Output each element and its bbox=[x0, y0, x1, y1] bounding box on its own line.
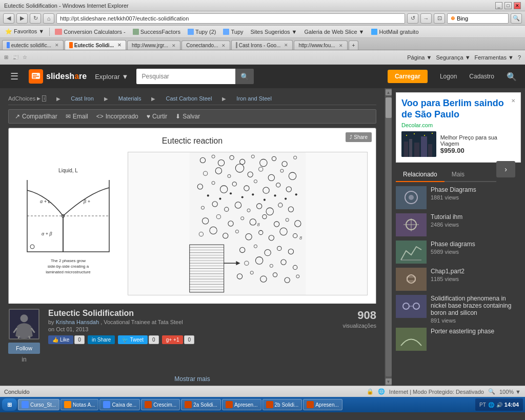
link-cast-carbon-steel[interactable]: Cast Carbon Steel bbox=[166, 95, 212, 102]
tab-jrgr[interactable]: http://www.jrgr... ✕ bbox=[127, 41, 180, 50]
maximize-btn[interactable]: □ bbox=[504, 2, 512, 9]
home-btn[interactable]: ⌂ bbox=[43, 13, 54, 24]
close-btn[interactable]: ✕ bbox=[514, 2, 521, 9]
taskbar-item-apresen2[interactable]: Apresen... bbox=[303, 399, 342, 410]
upload-button[interactable]: Carregar bbox=[388, 70, 428, 83]
share-slide-btn[interactable]: ⤴ Share bbox=[346, 132, 372, 142]
minimize-btn[interactable]: _ bbox=[495, 2, 502, 9]
phase-diagram-area: Liquid, L α + L β + α + bbox=[17, 152, 119, 295]
refresh-btn[interactable]: ↻ bbox=[30, 13, 41, 24]
related-item-5[interactable]: Porter easterling phase bbox=[396, 328, 521, 351]
tab-close-6[interactable]: ✕ bbox=[339, 43, 343, 48]
back-btn[interactable]: ◀ bbox=[3, 13, 14, 24]
start-button[interactable]: ⊞ bbox=[2, 398, 17, 411]
search-box[interactable]: ⊕ Bing bbox=[447, 13, 509, 24]
fav-galeria[interactable]: Galeria de Web Slice ▼ bbox=[301, 28, 367, 36]
save-action[interactable]: ⬇ Salvar bbox=[175, 113, 200, 120]
linkedin-icon[interactable]: in bbox=[22, 356, 26, 363]
related-item-0[interactable]: Phase Diagrams 1881 views bbox=[396, 186, 521, 209]
explore-btn[interactable]: Explorar ▼ bbox=[95, 73, 128, 81]
like-button[interactable]: 👍 Like bbox=[48, 335, 73, 344]
like-action[interactable]: ♥ Curtir bbox=[147, 113, 167, 120]
tab-eutectic-solidi[interactable]: Eutectic Solidi... ✕ bbox=[65, 40, 126, 50]
adchoices-icon[interactable]: i bbox=[42, 95, 46, 102]
slideshare-logo[interactable]: slideshare bbox=[29, 69, 87, 84]
taskbar-item-crescim[interactable]: Crescim... bbox=[141, 399, 180, 410]
search-button[interactable]: 🔍 bbox=[235, 69, 254, 84]
share-action[interactable]: ↗ Compartilhar bbox=[15, 113, 57, 120]
fav-conversion-calculators[interactable]: Conversion Calculators - bbox=[52, 28, 128, 36]
forward-btn[interactable]: ▶ bbox=[16, 13, 28, 24]
hamburger-menu-btn[interactable]: ☰ bbox=[8, 69, 21, 84]
follow-button[interactable]: Follow bbox=[8, 343, 40, 354]
address-input[interactable]: http://pt.slideshare.net/kkh007/eutectic… bbox=[56, 13, 405, 24]
adchoices-label: AdChoices ▶ i bbox=[8, 95, 46, 102]
fav-hotmail[interactable]: HotMail gratuito bbox=[368, 28, 421, 36]
login-button[interactable]: Logon bbox=[440, 73, 457, 80]
link-materials[interactable]: Materials bbox=[118, 95, 142, 102]
tab-fou[interactable]: http://www.fou... ✕ bbox=[294, 41, 347, 50]
taskbar-item-notas[interactable]: Notas A... bbox=[60, 399, 98, 410]
ie-tools-menu[interactable]: Ferramentas ▼ bbox=[475, 54, 514, 61]
related-item-2[interactable]: Phase diagrams 5989 views bbox=[396, 241, 521, 264]
show-more-link[interactable]: Mostrar mais bbox=[0, 372, 385, 386]
tab-close-3[interactable]: ✕ bbox=[172, 43, 176, 48]
related-item-4[interactable]: Solidification phenomena in nickel base … bbox=[396, 295, 521, 324]
search-bar[interactable]: 🔍 bbox=[136, 69, 254, 84]
tab-conectando[interactable]: Conectando... ✕ bbox=[181, 41, 230, 50]
search-submit-btn[interactable]: 🔍 bbox=[511, 13, 522, 24]
scroll-thumb[interactable] bbox=[386, 97, 392, 118]
fav-sites-sugeridos[interactable]: Sites Sugeridos ▼ bbox=[248, 28, 300, 36]
register-button[interactable]: Cadastro bbox=[469, 73, 494, 80]
tab-close-1[interactable]: ✕ bbox=[55, 43, 59, 48]
favorites-menu[interactable]: ⭐ Favoritos ▼ bbox=[2, 27, 47, 36]
tab-new[interactable]: + bbox=[349, 41, 359, 50]
thumbs-up-icon: 👍 bbox=[52, 337, 58, 343]
email-action[interactable]: ✉ Email bbox=[66, 113, 88, 120]
scroll-down-btn[interactable]: ▼ bbox=[386, 378, 392, 385]
related-info-2: Phase diagrams 5989 views bbox=[431, 241, 521, 264]
taskbar-item-curso[interactable]: Curso_St... bbox=[18, 399, 59, 410]
fav-tupy[interactable]: Tupy bbox=[220, 28, 246, 36]
related-item-3[interactable]: Chap1,part2 1185 views bbox=[396, 268, 521, 291]
ie-help-btn[interactable]: ? bbox=[518, 54, 521, 61]
taskbar-item-2asolidi[interactable]: 2a Solidi... bbox=[181, 399, 221, 410]
search-icon-btn[interactable]: 🔍 bbox=[507, 72, 517, 82]
tab-eutectic-solidific[interactable]: eutectic solidific... ✕ bbox=[2, 40, 64, 50]
go-to-btn[interactable]: → bbox=[420, 13, 432, 24]
fav-successfactors[interactable]: SuccessFactors bbox=[130, 28, 184, 36]
ie-page-menu[interactable]: Página ▼ bbox=[407, 54, 432, 61]
taskbar-item-apresen1[interactable]: Apresen... bbox=[222, 399, 261, 410]
tab-close-4[interactable]: ✕ bbox=[221, 43, 226, 48]
tab-more[interactable]: Mais bbox=[445, 168, 472, 182]
ie-security-menu[interactable]: Segurança ▼ bbox=[436, 54, 470, 61]
scrollbar[interactable]: ▲ ▼ bbox=[385, 88, 392, 386]
linkedin-share-button[interactable]: in Share bbox=[88, 335, 115, 344]
tweet-button[interactable]: 🐦 Tweet bbox=[118, 335, 148, 344]
compat-btn[interactable]: ⊡ bbox=[434, 13, 445, 24]
link-iron-and-steel[interactable]: Iron and Steel bbox=[236, 95, 272, 102]
tab-castirons[interactable]: Cast Irons - Goo... ✕ bbox=[231, 40, 293, 50]
taskbar: ⊞ Curso_St... Notas A... Caixa de... Cre… bbox=[0, 397, 525, 412]
ad-external-icon[interactable]: ✕ bbox=[511, 98, 515, 104]
ad-cta-button[interactable]: › bbox=[496, 161, 515, 177]
gplus-button[interactable]: g+ +1 bbox=[162, 335, 184, 344]
link-cast-iron[interactable]: Cast Iron bbox=[71, 95, 94, 102]
tab-related[interactable]: Relacionado bbox=[396, 168, 445, 182]
embed-action[interactable]: <> Incorporado bbox=[96, 113, 138, 120]
scroll-up-btn[interactable]: ▲ bbox=[386, 89, 392, 95]
tab-close-5[interactable]: ✕ bbox=[284, 43, 288, 48]
taskbar-item-2bsolidi[interactable]: 2b Solidi... bbox=[262, 399, 302, 410]
search-input[interactable] bbox=[136, 69, 235, 84]
ad-banner: Voo para Berlim saindo de São Paulo ✕ De… bbox=[396, 92, 521, 163]
tab-close-2[interactable]: ✕ bbox=[117, 43, 122, 48]
author-link[interactable]: Krishna Hansdah bbox=[56, 319, 99, 325]
refresh-stop-btn[interactable]: ↺ bbox=[407, 13, 418, 24]
related-thumb-image-4 bbox=[396, 295, 427, 318]
center-panel: AdChoices ▶ i ▶ Cast Iron ▶ Materials ▶ … bbox=[0, 88, 385, 304]
taskbar-item-caixa[interactable]: Caixa de... bbox=[99, 399, 140, 410]
fav-tupy2[interactable]: Tupy (2) bbox=[185, 28, 219, 36]
related-thumb-0 bbox=[396, 186, 427, 209]
related-item-1[interactable]: Tutorial ihm 2486 views bbox=[396, 213, 521, 236]
ad-title: Voo para Berlim saindo de São Paulo bbox=[401, 98, 511, 120]
